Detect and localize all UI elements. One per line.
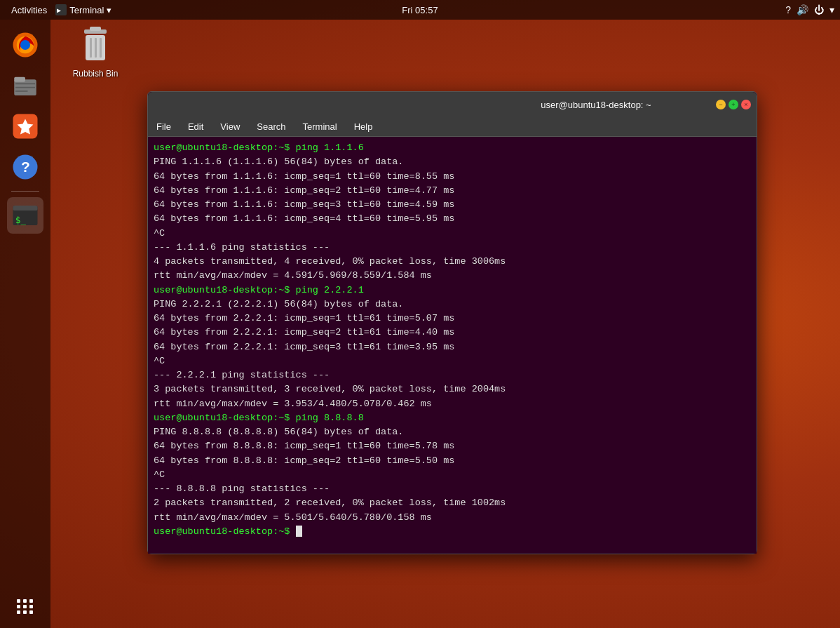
terminal-output-line: 64 bytes from 8.8.8.8: icmp_seq=1 ttl=60… — [154, 439, 751, 453]
svg-rect-8 — [15, 87, 35, 88]
terminal-app-arrow: ▾ — [107, 5, 111, 15]
terminal-output-line: ^C — [154, 354, 751, 368]
svg-rect-7 — [15, 83, 35, 85]
svg-point-4 — [20, 40, 30, 50]
topbar-datetime: Fri 05:57 — [402, 5, 438, 15]
svg-rect-21 — [100, 38, 102, 58]
svg-rect-17 — [90, 27, 101, 31]
dock-item-terminal[interactable]: $_ — [7, 197, 43, 234]
terminal-output-line: 64 bytes from 8.8.8.8: icmp_seq=2 ttl=60… — [154, 454, 751, 468]
terminal-output-line: 2 packets transmitted, 2 received, 0% pa… — [154, 496, 751, 510]
terminal-output-line: 64 bytes from 2.2.2.1: icmp_seq=2 ttl=61… — [154, 326, 751, 340]
terminal-output-line: 64 bytes from 1.1.1.6: icmp_seq=3 ttl=60… — [154, 198, 751, 212]
help-icon[interactable]: ? — [785, 4, 791, 15]
svg-text:▶: ▶ — [57, 6, 61, 14]
terminal-output-line: --- 2.2.2.1 ping statistics --- — [154, 368, 751, 382]
activities-button[interactable]: Activities — [6, 5, 53, 15]
terminal-output-line: PING 1.1.1.6 (1.1.1.6) 56(84) bytes of d… — [154, 155, 751, 169]
dock-separator — [11, 191, 39, 192]
help-icon-dock: ? — [11, 152, 40, 182]
svg-rect-9 — [15, 91, 28, 92]
terminal-output-line: 3 packets transmitted, 3 received, 0% pa… — [154, 382, 751, 396]
terminal-output-line: 4 packets transmitted, 4 received, 0% pa… — [154, 255, 751, 269]
desktop-icon-rubbish-bin[interactable]: Rubbish Bin — [67, 27, 123, 79]
terminal-app-menu[interactable]: ▶ Terminal ▾ — [55, 4, 111, 15]
terminal-titlebar: user@ubuntu18-desktop: ~ − + × — [148, 92, 757, 117]
dock-item-firefox[interactable] — [7, 27, 43, 63]
svg-rect-20 — [95, 38, 97, 58]
terminal-output-line: rtt min/avg/max/mdev = 3.953/4.480/5.078… — [154, 397, 751, 411]
files-icon — [11, 71, 40, 100]
terminal-body[interactable]: user@ubuntu18-desktop:~$ ping 1.1.1.6PIN… — [148, 137, 757, 554]
terminal-window-title: user@ubuntu18-desktop: ~ — [541, 100, 651, 110]
terminal-output-line: PING 8.8.8.8 (8.8.8.8) 56(84) bytes of d… — [154, 425, 751, 439]
terminal-output-line: ^C — [154, 468, 751, 482]
terminal-prompt-line: user@ubuntu18-desktop:~$ ping 1.1.1.6 — [154, 141, 751, 155]
menu-file[interactable]: File — [154, 120, 174, 133]
rubbish-bin-label: Rubbish Bin — [73, 69, 118, 79]
svg-text:$_: $_ — [15, 215, 26, 225]
close-button[interactable]: × — [741, 100, 751, 109]
terminal-output-line: rtt min/avg/max/mdev = 5.501/5.640/5.780… — [154, 511, 751, 525]
terminal-app-icon: ▶ — [55, 4, 67, 15]
terminal-output-line: 64 bytes from 1.1.1.6: icmp_seq=2 ttl=60… — [154, 184, 751, 198]
terminal-output-line: --- 1.1.1.6 ping statistics --- — [154, 241, 751, 255]
terminal-output-line: rtt min/avg/max/mdev = 4.591/5.969/8.559… — [154, 269, 751, 283]
dock-item-help[interactable]: ? — [7, 149, 43, 185]
menu-terminal[interactable]: Terminal — [300, 120, 340, 133]
topbar-right: ? 🔊 ⏻ ▾ — [785, 4, 834, 15]
svg-rect-6 — [14, 77, 25, 82]
power-icon[interactable]: ⏻ — [814, 4, 824, 15]
desktop: Activities ▶ Terminal ▾ Fri 05:57 ? 🔊 ⏻ … — [0, 0, 840, 628]
menu-help[interactable]: Help — [351, 120, 376, 133]
terminal-output-line: 64 bytes from 2.2.2.1: icmp_seq=1 ttl=61… — [154, 312, 751, 326]
rubbish-bin-icon — [79, 27, 112, 66]
terminal-output-line: --- 8.8.8.8 ping statistics --- — [154, 482, 751, 496]
dock-item-software[interactable] — [7, 108, 43, 145]
svg-text:?: ? — [21, 159, 30, 175]
minimize-button[interactable]: − — [716, 100, 726, 109]
menu-view[interactable]: View — [217, 120, 243, 133]
terminal-current-prompt: user@ubuntu18-desktop:~$ — [154, 525, 751, 539]
terminal-cursor — [296, 526, 302, 537]
terminal-output-line: ^C — [154, 227, 751, 241]
menu-search[interactable]: Search — [254, 120, 288, 133]
menu-edit[interactable]: Edit — [185, 120, 206, 133]
svg-rect-14 — [13, 206, 38, 211]
terminal-output-line: 64 bytes from 1.1.1.6: icmp_seq=1 ttl=60… — [154, 170, 751, 184]
show-apps-button[interactable] — [0, 599, 50, 614]
terminal-app-label: Terminal — [69, 5, 104, 15]
topbar: Activities ▶ Terminal ▾ Fri 05:57 ? 🔊 ⏻ … — [0, 0, 840, 20]
svg-rect-19 — [90, 38, 92, 58]
volume-icon[interactable]: 🔊 — [797, 4, 808, 15]
software-center-icon — [11, 112, 40, 141]
terminal-prompt-line: user@ubuntu18-desktop:~$ ping 2.2.2.1 — [154, 283, 751, 298]
terminal-prompt-line: user@ubuntu18-desktop:~$ ping 8.8.8.8 — [154, 411, 751, 425]
terminal-window: user@ubuntu18-desktop: ~ − + × File Edit… — [147, 91, 757, 554]
terminal-output-line: 64 bytes from 2.2.2.1: icmp_seq=3 ttl=61… — [154, 340, 751, 354]
rubbish-bin-image — [79, 27, 112, 66]
dock: ? $_ — [0, 20, 50, 628]
grid-icon — [17, 599, 34, 614]
firefox-icon — [11, 30, 40, 60]
terminal-output-line: 64 bytes from 1.1.1.6: icmp_seq=4 ttl=60… — [154, 212, 751, 226]
terminal-icon-dock: $_ — [11, 201, 40, 230]
maximize-button[interactable]: + — [729, 100, 738, 109]
dock-item-files[interactable] — [7, 67, 43, 104]
terminal-menubar: File Edit View Search Terminal Help — [148, 117, 757, 137]
window-buttons: − + × — [716, 100, 751, 109]
system-menu-arrow[interactable]: ▾ — [829, 4, 834, 15]
terminal-output-line: PING 2.2.2.1 (2.2.2.1) 56(84) bytes of d… — [154, 298, 751, 312]
